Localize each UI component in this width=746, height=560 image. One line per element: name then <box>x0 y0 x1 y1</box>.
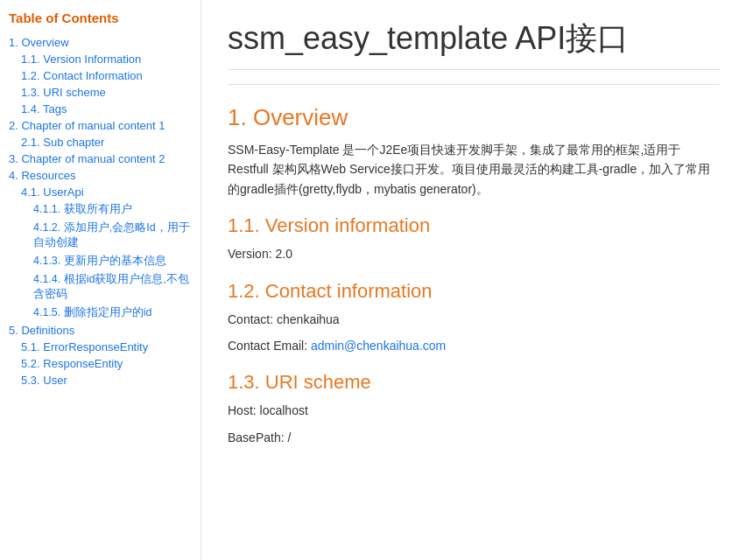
toc-item-toc-1[interactable]: 1. Overview <box>9 34 192 51</box>
main-content: ssm_easy_template API接口 1. Overview SSM-… <box>201 0 746 560</box>
section-version-title: 1.1. Version information <box>228 214 720 237</box>
toc-item-toc-4-1-3[interactable]: 4.1.3. 更新用户的基本信息 <box>33 252 192 270</box>
toc-item-toc-1-2[interactable]: 1.2. Contact Information <box>21 67 192 84</box>
uri-basepath: BasePath: / <box>228 428 720 447</box>
toc-item-toc-4-1[interactable]: 4.1. UserApi <box>21 184 192 200</box>
toc-item-toc-2-1[interactable]: 2.1. Sub chapter <box>21 134 192 150</box>
toc-item-toc-3[interactable]: 3. Chapter of manual content 2 <box>9 150 192 167</box>
uri-host: Host: localhost <box>228 401 720 420</box>
toc-item-toc-1-4[interactable]: 1.4. Tags <box>21 101 192 117</box>
toc-item-toc-4[interactable]: 4. Resources <box>9 167 192 184</box>
toc-item-toc-5-3[interactable]: 5.3. User <box>21 372 192 388</box>
toc-item-toc-4-1-1[interactable]: 4.1.1. 获取所有用户 <box>33 200 192 219</box>
toc-item-toc-5-2[interactable]: 5.2. ResponseEntity <box>21 355 192 372</box>
version-content: Version: 2.0 <box>228 244 720 263</box>
toc-item-toc-4-1-5[interactable]: 4.1.5. 删除指定用户的id <box>33 304 192 322</box>
overview-content: SSM-Easy-Template 是一个J2Ee项目快速开发脚手架，集成了最常… <box>228 140 720 199</box>
page-title: ssm_easy_template API接口 <box>228 18 720 70</box>
section-contact-title: 1.2. Contact information <box>228 280 720 303</box>
contact-name: Contact: chenkaihua <box>228 310 720 329</box>
sidebar: Table of Contents 1. Overview1.1. Versio… <box>0 0 201 560</box>
toc-item-toc-4-1-2[interactable]: 4.1.2. 添加用户,会忽略Id，用于自动创建 <box>33 219 192 252</box>
toc-item-toc-4-1-4[interactable]: 4.1.4. 根据id获取用户信息,不包含密码 <box>33 270 192 304</box>
title-divider <box>228 84 720 85</box>
contact-email-link[interactable]: admin@chenkaihua.com <box>311 339 446 353</box>
toc-item-toc-5-1[interactable]: 5.1. ErrorResponseEntity <box>21 339 192 355</box>
toc-heading: Table of Contents <box>9 10 192 25</box>
toc-item-toc-2[interactable]: 2. Chapter of manual content 1 <box>9 117 192 134</box>
toc-list: 1. Overview1.1. Version Information1.2. … <box>9 34 192 388</box>
toc-item-toc-1-1[interactable]: 1.1. Version Information <box>21 51 192 67</box>
toc-item-toc-1-3[interactable]: 1.3. URI scheme <box>21 84 192 101</box>
contact-email-line: Contact Email: admin@chenkaihua.com <box>228 336 720 355</box>
contact-email-label: Contact Email: <box>228 339 311 353</box>
toc-item-toc-5[interactable]: 5. Definitions <box>9 322 192 339</box>
section-overview-title: 1. Overview <box>228 104 720 131</box>
section-uri-title: 1.3. URI scheme <box>228 371 720 394</box>
